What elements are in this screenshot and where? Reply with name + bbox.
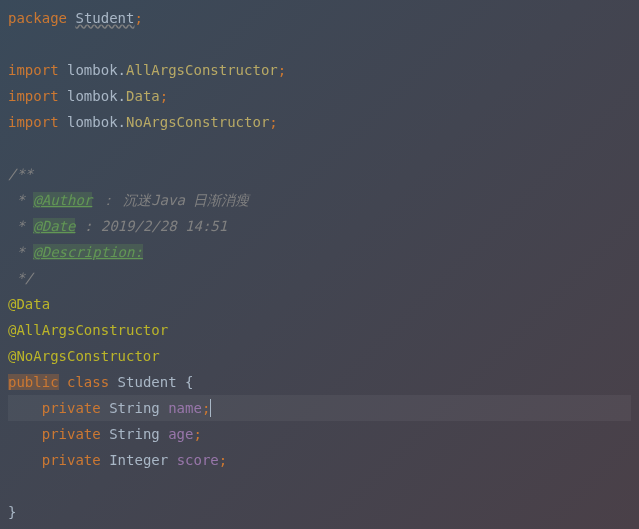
type-string: String xyxy=(109,400,160,416)
import-class: NoArgsConstructor xyxy=(126,114,269,130)
javadoc-author-tag: @Author xyxy=(33,192,92,208)
javadoc-date-text: : 2019/2/28 14:51 xyxy=(75,218,227,234)
keyword-import: import xyxy=(8,88,59,104)
cursor xyxy=(210,399,211,417)
field-name: name xyxy=(168,400,202,416)
annotation-allargs: @AllArgsConstructor xyxy=(8,322,168,338)
keyword-package: package xyxy=(8,10,67,26)
keyword-private: private xyxy=(42,400,101,416)
javadoc-star: * xyxy=(8,244,33,260)
semicolon: ; xyxy=(134,10,142,26)
semicolon: ; xyxy=(269,114,277,130)
code-line-javadoc-end: */ xyxy=(8,265,631,291)
code-line-import3: import lombok.NoArgsConstructor; xyxy=(8,109,631,135)
keyword-import: import xyxy=(8,62,59,78)
code-line-javadoc-author: * @Author ： 沉迷Java 日渐消瘦 xyxy=(8,187,631,213)
open-brace: { xyxy=(177,374,194,390)
javadoc-star: * xyxy=(8,218,33,234)
keyword-private: private xyxy=(42,452,101,468)
code-line-javadoc-start: /** xyxy=(8,161,631,187)
code-line-package: package Student; xyxy=(8,5,631,31)
class-name: Student xyxy=(118,374,177,390)
semicolon: ; xyxy=(193,426,201,442)
code-line-close-brace: } xyxy=(8,499,631,525)
type-string: String xyxy=(109,426,160,442)
keyword-import: import xyxy=(8,114,59,130)
field-age: age xyxy=(168,426,193,442)
javadoc-date-tag: @Date xyxy=(33,218,75,234)
code-line-blank xyxy=(8,31,631,57)
javadoc-author-text: ： 沉迷Java 日渐消瘦 xyxy=(92,192,249,208)
annotation-data: @Data xyxy=(8,296,50,312)
import-pkg: lombok. xyxy=(67,62,126,78)
code-line-import2: import lombok.Data; xyxy=(8,83,631,109)
semicolon: ; xyxy=(278,62,286,78)
keyword-private: private xyxy=(42,426,101,442)
javadoc-start: /** xyxy=(8,166,33,182)
code-line-javadoc-date: * @Date : 2019/2/28 14:51 xyxy=(8,213,631,239)
code-line-class-decl: public class Student { xyxy=(8,369,631,395)
semicolon: ; xyxy=(160,88,168,104)
code-line-anno-noargs: @NoArgsConstructor xyxy=(8,343,631,369)
semicolon: ; xyxy=(219,452,227,468)
code-line-anno-allargs: @AllArgsConstructor xyxy=(8,317,631,343)
code-line-blank xyxy=(8,135,631,161)
javadoc-desc-tag: @Description: xyxy=(33,244,143,260)
package-name: Student xyxy=(75,10,134,26)
code-line-import1: import lombok.AllArgsConstructor; xyxy=(8,57,631,83)
code-line-javadoc-desc: * @Description: xyxy=(8,239,631,265)
type-integer: Integer xyxy=(109,452,168,468)
code-line-blank xyxy=(8,473,631,499)
javadoc-star: * xyxy=(8,192,33,208)
field-score: score xyxy=(177,452,219,468)
code-editor[interactable]: package Student; import lombok.AllArgsCo… xyxy=(8,5,631,525)
code-line-field-score: private Integer score; xyxy=(8,447,631,473)
import-pkg: lombok. xyxy=(67,114,126,130)
code-line-field-age: private String age; xyxy=(8,421,631,447)
code-line-field-name: private String name; xyxy=(8,395,631,421)
code-line-anno-data: @Data xyxy=(8,291,631,317)
annotation-noargs: @NoArgsConstructor xyxy=(8,348,160,364)
semicolon: ; xyxy=(202,400,210,416)
keyword-public: public xyxy=(8,374,59,390)
import-class: Data xyxy=(126,88,160,104)
import-pkg: lombok. xyxy=(67,88,126,104)
close-brace: } xyxy=(8,504,16,520)
import-class: AllArgsConstructor xyxy=(126,62,278,78)
keyword-class: class xyxy=(67,374,109,390)
javadoc-end: */ xyxy=(8,270,33,286)
